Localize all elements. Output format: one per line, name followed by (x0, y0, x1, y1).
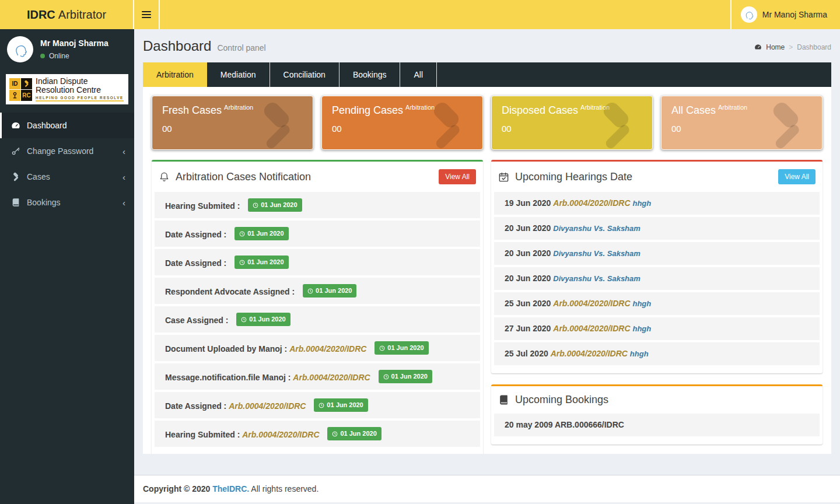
sidebar-user-panel: Mr Manoj Sharma Online (0, 29, 134, 71)
user-menu[interactable]: Mr Manoj Sharma (730, 0, 840, 29)
calendar-check-icon (498, 172, 509, 183)
hearing-date: 25 Jun 2020 (505, 299, 553, 308)
avatar (7, 36, 33, 62)
case-number-link[interactable]: Arb.0004/2020/IDRC (293, 373, 372, 382)
chevron-left-icon: ‹ (123, 173, 125, 181)
notification-item: Date Assigned : Arb.0004/2020/IDRC 01 Ju… (155, 392, 480, 418)
notification-item: Case Assigned : 01 Jun 2020 (155, 306, 480, 332)
date-badge: 01 Jun 2020 (327, 427, 381, 440)
sidebar-item-dashboard[interactable]: Dashboard (0, 113, 134, 138)
hearing-item: 25 Jul 2020 Arb.0004/2020/IDRC hhgh (494, 342, 820, 365)
hearing-item: 20 Jun 2020 Divyanshu Vs. Saksham (494, 242, 820, 265)
page-title: Dashboard (143, 38, 211, 54)
brand-bold: IDRC (27, 8, 55, 22)
hearing-date: 25 Jul 2020 (505, 349, 551, 358)
notification-item: Document Uploaded by Manoj : Arb.0004/20… (155, 335, 480, 361)
case-number-link[interactable]: Arb.0004/2020/IDRC (551, 349, 630, 358)
sidebar-item-bookings[interactable]: Bookings ‹ (0, 190, 134, 215)
tab-all[interactable]: All (400, 62, 437, 87)
hearing-item: 20 Jun 2020 Divyanshu Vs. Saksham (494, 267, 820, 290)
gavel-icon (757, 100, 815, 150)
party-names-link[interactable]: Divyanshu Vs. Saksham (553, 274, 640, 283)
clock-icon (239, 260, 245, 265)
date-badge: 01 Jun 2020 (248, 198, 302, 212)
key-icon (10, 146, 20, 156)
notification-item: Hearing Submited : 01 Jun 2020 (155, 192, 480, 218)
stats-row: Fresh CasesArbitration 00 Pending CasesA… (148, 92, 827, 154)
clock-icon (383, 374, 389, 380)
footer-link[interactable]: TheIDRC. (212, 484, 249, 494)
case-number-link[interactable]: Arb.0004/2020/IDRC (242, 430, 321, 439)
gavel-icon (247, 100, 306, 150)
online-status: Online (40, 52, 108, 60)
content-header: Dashboard Control panel Home > Dashboard (134, 29, 840, 62)
view-all-button[interactable]: View All (778, 169, 816, 184)
gavel-icon (10, 172, 20, 182)
hearing-item: 19 Jun 2020 Arb.0004/2020/IDRC hhgh (494, 192, 820, 215)
notification-label: Document Uploaded by Manoj : (165, 344, 289, 354)
avatar (741, 6, 757, 23)
party-names-link[interactable]: hhgh (632, 199, 651, 208)
top-header: IDRC Arbitrator Mr Manoj Sharma (0, 0, 840, 29)
idrc-logo-text: Indian Dispute Resolution Centre HELPING… (36, 77, 124, 102)
hearings-list: 19 Jun 2020 Arb.0004/2020/IDRC hhgh 20 J… (491, 192, 822, 373)
tab-mediation[interactable]: Mediation (207, 62, 270, 87)
party-names-link[interactable]: Divyanshu Vs. Saksham (553, 224, 640, 233)
hearing-date: 19 Jun 2020 (505, 198, 553, 208)
view-all-button[interactable]: View All (439, 169, 476, 184)
chevron-left-icon: ‹ (123, 198, 125, 207)
party-names-link[interactable]: hhgh (632, 324, 651, 333)
breadcrumb-home[interactable]: Home (766, 43, 785, 51)
case-number-link[interactable]: Arb.0004/2020/IDRC (553, 324, 632, 333)
date-badge: 01 Jun 2020 (374, 341, 428, 355)
sidebar-item-change-password[interactable]: Change Password ‹ (0, 138, 134, 164)
card-title: Disposed Cases (502, 104, 578, 116)
notifications-panel: Arbitration Cases Notification View All … (152, 160, 483, 454)
sidebar-item-cases[interactable]: Cases ‹ (0, 164, 134, 190)
logo-tile-id: ID (9, 78, 20, 89)
stat-card-fresh-cases: Fresh CasesArbitration 00 (152, 96, 313, 150)
date-badge: 01 Jun 2020 (235, 256, 288, 269)
gavel-icon (587, 100, 645, 150)
case-number-link[interactable]: Arb.0004/2020/IDRC (229, 401, 308, 411)
hamburger-icon (142, 11, 151, 12)
sidebar: Mr Manoj Sharma Online ID RC (0, 29, 134, 504)
logo-tile-rc: RC (21, 90, 32, 101)
notification-label: Case Assigned : (165, 316, 230, 325)
date-badge: 01 Jun 2020 (314, 398, 368, 412)
clock-icon (318, 402, 324, 408)
case-number-link[interactable]: Arb.0004/2020/IDRC (553, 299, 632, 308)
header-brand: IDRC Arbitrator (0, 0, 134, 29)
user-head-icon (743, 9, 755, 20)
hearings-panel: Upcoming Hearings Date View All 19 Jun 2… (491, 160, 822, 373)
idrc-logo-mark: ID RC (9, 78, 32, 101)
party-names-link[interactable]: Divyanshu Vs. Saksham (553, 249, 640, 258)
copyright-text: Copyright © 2020 (143, 484, 210, 494)
card-title: Fresh Cases (162, 104, 222, 116)
tab-conciliation[interactable]: Conciliation (270, 62, 340, 87)
case-number-link[interactable]: Arb.0004/2020/IDRC (289, 344, 369, 354)
tab-bookings[interactable]: Bookings (340, 62, 401, 87)
date-badge: 01 Jun 2020 (379, 370, 432, 383)
sidebar-menu: Dashboard Change Password ‹ Cases ‹ Book… (0, 113, 134, 215)
tab-bar: ArbitrationMediationConciliationBookings… (143, 62, 831, 87)
hearing-date: 27 Jun 2020 (505, 324, 553, 333)
logo-line1: Indian Dispute (36, 77, 124, 86)
stat-card-all-cases: All CasesArbitration 00 (661, 96, 822, 150)
case-number-link[interactable]: Arb.0004/2020/IDRC (553, 198, 632, 208)
panel-title: Upcoming Bookings (515, 394, 608, 406)
party-names-link[interactable]: hhgh (632, 299, 651, 308)
hamburger-button[interactable] (134, 0, 160, 29)
tab-arbitration[interactable]: Arbitration (143, 62, 207, 87)
notifications-header: Arbitration Cases Notification View All (152, 162, 483, 192)
stat-card-disposed-cases: Disposed CasesArbitration 00 (491, 96, 653, 150)
notification-item: Date Assigned : 01 Jun 2020 (155, 220, 480, 247)
booking-item: 20 may 2009 ARB.000666/IDRC (494, 414, 820, 436)
party-names-link[interactable]: hhgh (630, 349, 649, 358)
date-badge: 01 Jun 2020 (303, 284, 356, 298)
dashboard-icon (754, 43, 762, 51)
right-column: Upcoming Hearings Date View All 19 Jun 2… (491, 160, 822, 444)
notification-item: Message.notification.file Manoj : Arb.00… (155, 363, 480, 390)
sidebar-user-name: Mr Manoj Sharma (40, 38, 108, 48)
notification-label: Date Assigned : (165, 258, 229, 268)
